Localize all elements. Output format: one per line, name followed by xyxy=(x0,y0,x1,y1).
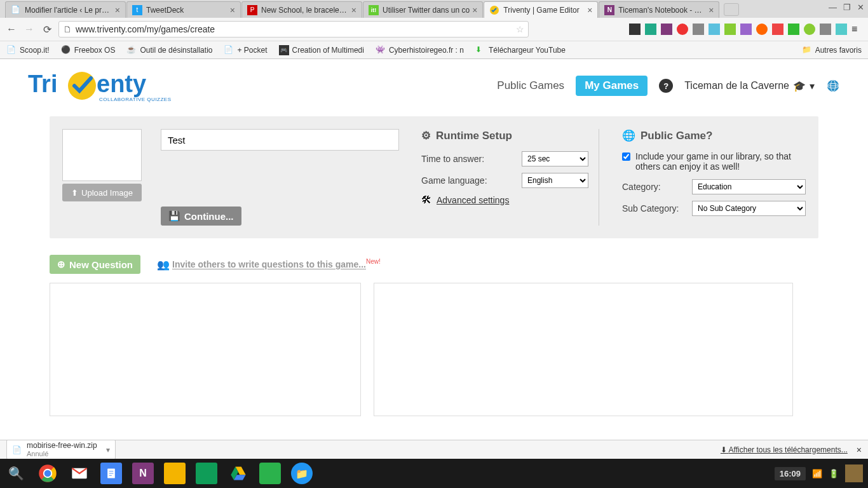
new-badge: New! xyxy=(366,258,381,265)
ext-icon[interactable] xyxy=(836,24,847,35)
reload-button[interactable]: ⟳ xyxy=(41,23,53,36)
tab-close-icon[interactable]: × xyxy=(230,5,235,15)
menu-icon[interactable]: ≡ xyxy=(851,24,863,35)
bookmark-item[interactable]: ⚫Freebox OS xyxy=(61,45,116,55)
address-bar[interactable]: 🗋www.triventy.com/my/games/create☆ xyxy=(58,21,529,37)
language-label: Game language: xyxy=(421,175,522,186)
onenote-icon[interactable]: N xyxy=(132,463,154,484)
browser-tab[interactable]: 📄Modifier l'article ‹ Le propu× xyxy=(5,1,126,18)
tab-close-icon[interactable]: × xyxy=(472,5,477,15)
app-icon[interactable] xyxy=(196,463,217,484)
user-menu[interactable]: Ticeman de la Caverne🎓▾ xyxy=(684,80,815,92)
back-button[interactable]: ← xyxy=(5,23,18,36)
twitter-favicon: t xyxy=(132,5,142,15)
ext-icon[interactable] xyxy=(629,24,641,35)
globe-icon[interactable] xyxy=(826,79,840,93)
slides-icon[interactable] xyxy=(164,463,186,484)
download-icon: ⬇ xyxy=(721,445,727,454)
game-title-input[interactable] xyxy=(161,129,399,151)
ext-icon[interactable] xyxy=(645,24,656,35)
ext-icon[interactable] xyxy=(677,24,688,35)
invite-link[interactable]: 👥Invite others to write questions to thi… xyxy=(157,258,381,270)
browser-tab[interactable]: NTiceman's Notebook - Mic× xyxy=(599,1,719,18)
ext-icon[interactable] xyxy=(693,24,704,35)
question-card[interactable] xyxy=(374,283,793,416)
browser-tab-active[interactable]: Triventy | Game Editor× xyxy=(484,1,598,18)
ext-icon[interactable] xyxy=(788,24,799,35)
triventy-favicon xyxy=(489,5,499,15)
ext-icon[interactable] xyxy=(820,24,831,35)
bookmark-item[interactable]: 📄Scoop.it! xyxy=(6,45,50,55)
advanced-settings-link[interactable]: Advanced settings xyxy=(437,195,509,205)
search-icon[interactable]: 🔍 xyxy=(5,463,27,484)
save-icon: 💾 xyxy=(168,210,180,222)
chrome-icon[interactable] xyxy=(37,463,58,484)
site-favicon: it! xyxy=(369,5,379,15)
question-card[interactable] xyxy=(50,283,361,416)
nav-my-games[interactable]: My Games xyxy=(576,76,648,96)
forward-button[interactable]: → xyxy=(23,23,36,36)
star-icon[interactable]: ☆ xyxy=(516,24,524,34)
logo[interactable]: Tri enty COLLABORATIVE QUIZZES xyxy=(28,68,193,104)
upload-image-button[interactable]: ⬆Upload Image xyxy=(62,184,142,201)
time-select[interactable]: 25 sec xyxy=(522,151,588,166)
page-icon: 🗋 xyxy=(63,24,72,34)
ext-icon[interactable] xyxy=(772,24,783,35)
wrench-icon: 🛠 xyxy=(421,194,431,206)
new-tab-button[interactable] xyxy=(724,3,739,16)
clock[interactable]: 16:09 xyxy=(775,467,806,480)
tab-close-icon[interactable]: × xyxy=(115,5,120,15)
feedly-icon[interactable] xyxy=(259,463,281,484)
language-select[interactable]: English xyxy=(522,173,588,188)
upload-icon: ⬆ xyxy=(71,188,78,198)
plus-icon: ⊕ xyxy=(57,259,65,270)
close-download-bar[interactable]: × xyxy=(857,445,862,455)
bookmark-item[interactable]: ☕Outil de désinstallatio xyxy=(126,45,212,55)
show-all-downloads-link[interactable]: ⬇ Afficher tous les téléchargements... xyxy=(721,445,848,454)
extension-icons: ≡ xyxy=(629,24,863,35)
nav-public-games[interactable]: Public Games xyxy=(497,79,564,92)
other-bookmarks[interactable]: 📁Autres favoris xyxy=(802,45,862,55)
tab-close-icon[interactable]: × xyxy=(709,5,714,15)
browser-tab[interactable]: PNew School, le bracelet éle× xyxy=(241,1,362,18)
time-label: Time to answer: xyxy=(421,154,522,164)
public-title: Public Game? xyxy=(641,130,712,142)
ext-icon[interactable] xyxy=(709,24,720,35)
download-item[interactable]: 📄 mobirise-free-win.zip Annulé ▾ xyxy=(6,440,116,459)
maximize-icon[interactable]: ❐ xyxy=(843,3,851,12)
chevron-down-icon[interactable]: ▾ xyxy=(106,445,110,454)
close-window-icon[interactable]: ✕ xyxy=(857,3,864,12)
tab-close-icon[interactable]: × xyxy=(351,5,356,15)
tray-icon[interactable] xyxy=(845,464,863,482)
minimize-icon[interactable]: — xyxy=(829,3,837,12)
wifi-icon[interactable]: 📶 xyxy=(812,469,822,478)
ext-icon[interactable] xyxy=(804,24,815,35)
site-favicon: P xyxy=(247,5,257,15)
bookmark-item[interactable]: 📄+ Pocket xyxy=(224,45,267,55)
ext-icon[interactable] xyxy=(756,24,768,35)
include-text: Include your game in our library, so tha… xyxy=(635,151,806,172)
ext-icon[interactable] xyxy=(724,24,736,35)
battery-icon[interactable]: 🔋 xyxy=(829,469,839,478)
runtime-title: Runtime Setup xyxy=(436,130,512,142)
bookmark-item[interactable]: 🎮Creation of Multimedi xyxy=(279,45,364,55)
files-icon[interactable]: 📁 xyxy=(291,463,313,484)
editor-panel: ⬆Upload Image 💾Continue... ⚙Runtime Setu… xyxy=(50,116,818,238)
help-icon[interactable]: ? xyxy=(659,79,673,93)
new-question-button[interactable]: ⊕New Question xyxy=(50,255,140,274)
category-select[interactable]: Education xyxy=(692,179,806,194)
image-preview[interactable] xyxy=(62,129,142,181)
ext-icon[interactable] xyxy=(661,24,672,35)
docs-icon[interactable] xyxy=(100,463,122,484)
bookmark-item[interactable]: 👾Cyberhistoiregeo.fr : n xyxy=(376,45,464,55)
ext-icon[interactable] xyxy=(740,24,752,35)
drive-icon[interactable] xyxy=(227,463,249,484)
bookmark-item[interactable]: ⬇Téléchargeur YouTube xyxy=(475,45,566,55)
tab-close-icon[interactable]: × xyxy=(587,5,592,15)
subcategory-select[interactable]: No Sub Category xyxy=(692,201,806,216)
browser-tab[interactable]: it!Utiliser Twitter dans un co× xyxy=(363,1,483,18)
include-checkbox[interactable] xyxy=(622,152,630,161)
gmail-icon[interactable] xyxy=(69,463,90,484)
browser-tab[interactable]: tTweetDeck× xyxy=(126,1,241,18)
continue-button[interactable]: 💾Continue... xyxy=(161,207,241,226)
